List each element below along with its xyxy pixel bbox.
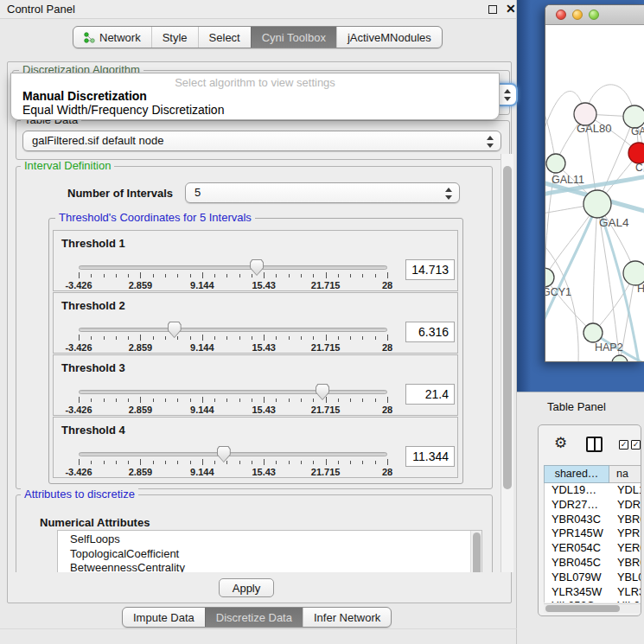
threshold-value-field[interactable]: 21.4 [405,384,455,405]
checkbox-icon[interactable]: ✓ [619,440,628,450]
table-cell[interactable]: YBR0 [610,556,641,571]
threshold-slider[interactable]: -3.4262.8599.14415.4321.71528 [79,383,387,416]
slider-thumb[interactable] [316,384,329,400]
table-row[interactable]: YBL079WYBL0 [545,571,641,585]
traffic-light-minimize-icon[interactable] [572,10,583,20]
table-panel-body: ⚙ ✓ ✓ shared… na YDL19…YDL1YDR27…YDR2YBR… [538,424,641,616]
slider-tick [276,461,277,464]
slider-tick [128,336,129,340]
table-row[interactable]: YDL19…YDL1 [545,483,641,498]
network-node-gcy1[interactable] [545,268,554,287]
threshold-value-field[interactable]: 11.344 [405,446,455,467]
table-row[interactable]: YIL052CYIL0 [545,599,641,603]
table-cell[interactable]: YDR2 [610,498,641,513]
threshold-value-field[interactable]: 14.713 [405,259,455,280]
table-cell[interactable]: YER0 [610,541,641,556]
tab-jactivemnodules[interactable]: jActiveMNodules [336,27,442,48]
table-row[interactable]: YBR043CYBR0 [545,513,641,527]
tab-style[interactable]: Style [151,27,198,48]
table-row[interactable]: YPR145WYPR1 [545,526,641,541]
slider-thumb[interactable] [217,446,231,462]
table-cell[interactable]: YLR345W [545,585,610,600]
threshold-slider[interactable]: -3.4262.8599.14415.4321.71528 [79,321,387,354]
traffic-light-close-icon[interactable] [556,10,566,20]
slider-track[interactable] [79,452,387,456]
table-cell[interactable]: YIL0 [610,599,641,603]
slider-tick [326,272,327,278]
tab-impute-data[interactable]: Impute Data [123,608,205,627]
desktop-background: GAL80GACGAL11GAL4GCY1HHAP2 [517,0,644,392]
gear-icon[interactable]: ⚙ [554,434,567,451]
table-row[interactable]: YBR045CYBR0 [545,556,641,571]
network-node-gal4[interactable] [583,190,611,218]
tab-select[interactable]: Select [198,27,251,48]
network-window[interactable]: GAL80GACGAL11GAL4GCY1HHAP2 [545,4,644,362]
slider-thumb-face [251,260,263,275]
table-row[interactable]: YER054CYER0 [545,541,641,556]
table-cell[interactable]: YDL1 [610,483,641,498]
tab-network[interactable]: Network [73,27,151,48]
horizontal-scrollbar-thumb[interactable] [545,605,620,612]
slider-track[interactable] [79,328,387,332]
table-cell[interactable]: YBL0 [610,571,641,585]
algorithm-option-equal-width-frequency[interactable]: Equal Width/Frequency Discretization [11,103,499,117]
table-cell[interactable]: YLR3 [610,585,641,600]
network-node-gal11[interactable] [546,154,565,173]
slider-tick [326,335,327,341]
interval-definition-group-title: Interval Definition [21,160,114,172]
slider-tick [153,461,154,464]
network-node-hap2[interactable] [583,323,603,342]
number-of-intervals-combobox[interactable]: 5 [185,182,460,203]
close-icon[interactable]: ✕ [506,2,516,16]
slider-tick [190,274,191,277]
table-row[interactable]: YLR345WYLR3 [545,585,641,600]
traffic-light-zoom-icon[interactable] [589,10,599,20]
table-cell[interactable]: YIL052C [545,599,610,603]
network-node-label: H [637,283,644,295]
threshold-slider[interactable]: -3.4262.8599.14415.4321.71528 [79,445,387,478]
table-cell[interactable]: YDR27… [545,498,610,513]
slider-track[interactable] [79,390,387,394]
apply-button[interactable]: Apply [219,578,274,597]
table-cell[interactable]: YBR043C [545,513,610,527]
network-window-titlebar[interactable] [545,5,644,25]
slider-track[interactable] [79,265,387,270]
table-data-combobox[interactable]: galFiltered.sif default node [22,131,501,151]
column-header-name[interactable]: na [609,465,641,483]
table-cell[interactable]: YBL079W [545,571,610,585]
tab-discretize-data[interactable]: Discretize Data [205,608,303,627]
split-columns-icon[interactable] [586,437,603,452]
list-scrollbar[interactable] [470,531,481,572]
tab-infer-network[interactable]: Infer Network [303,608,391,627]
float-window-icon[interactable] [488,5,497,14]
main-scrollbar[interactable] [501,154,513,572]
slider-tick [128,461,129,464]
tab-cyni-toolbox[interactable]: Cyni Toolbox [251,27,336,48]
network-node[interactable] [612,355,628,362]
network-canvas[interactable]: GAL80GACGAL11GAL4GCY1HHAP2 [545,25,644,362]
table-cell[interactable]: YDL19… [545,483,610,498]
table-cell[interactable]: YPR1 [610,526,641,541]
column-header-shared-name[interactable]: shared… [544,465,609,483]
network-node-c[interactable] [628,143,644,163]
table-cell[interactable]: YBR0 [610,513,641,527]
checkbox-icon[interactable]: ✓ [631,440,641,450]
algorithm-option-manual-discretization[interactable]: Manual Discretization [11,89,499,103]
table-cell[interactable]: YPR145W [545,526,610,541]
numerical-attributes-list[interactable]: SelfLoopsTopologicalCoefficientBetweenne… [57,530,482,572]
main-scrollbar-thumb[interactable] [503,166,512,489]
threshold-label: Threshold 2 [61,299,125,312]
table-body: YDL19…YDL1YDR27…YDR2YBR043CYBR0YPR145WYP… [544,483,641,603]
table-row[interactable]: YDR27…YDR2 [545,498,641,513]
threshold-value-field[interactable]: 6.316 [405,322,455,342]
slider-thumb[interactable] [168,322,182,338]
attribute-list-item[interactable]: SelfLoops [70,532,481,547]
table-cell[interactable]: YER054C [545,541,610,556]
table-cell[interactable]: YBR045C [545,556,610,571]
threshold-slider[interactable]: -3.4262.8599.14415.4321.71528 [79,258,387,291]
list-scrollbar-thumb[interactable] [473,532,481,572]
attribute-list-item[interactable]: TopologicalCoefficient [70,547,481,562]
attribute-list-item[interactable]: BetweennessCentrality [70,561,481,572]
network-node-h[interactable] [623,261,644,285]
horizontal-scrollbar[interactable] [544,603,641,613]
